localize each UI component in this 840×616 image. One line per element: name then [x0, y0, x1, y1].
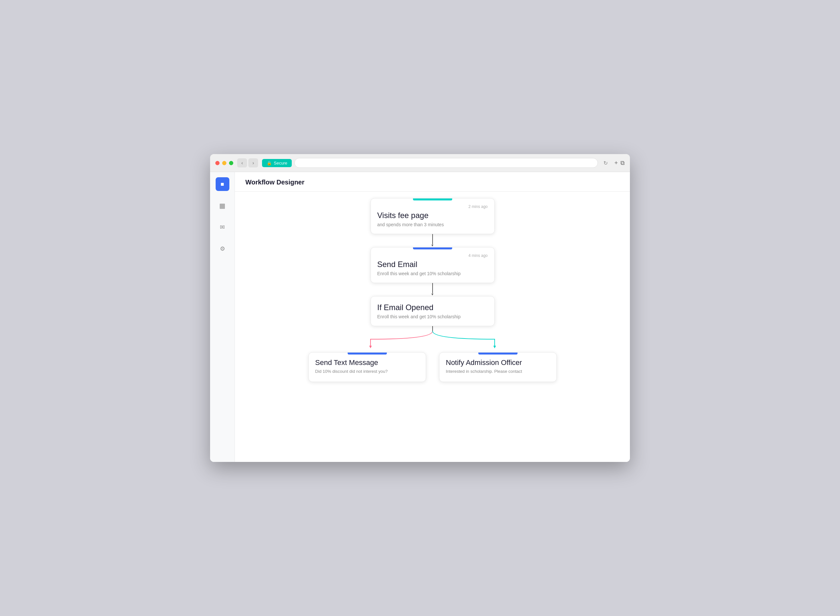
sidebar-item-calendar[interactable]: ▦ — [216, 199, 229, 213]
secure-label: Secure — [274, 161, 287, 166]
card-2-timestamp: 4 mins ago — [377, 253, 488, 258]
branch-card-left[interactable]: Send Text Message Did 10% discount did n… — [309, 352, 426, 382]
card-3-body: If Email Opened Enroll this week and get… — [371, 296, 494, 326]
calendar-icon: ▦ — [219, 202, 225, 210]
address-bar: 🔒 Secure ↻ — [262, 158, 610, 168]
maximize-button[interactable] — [229, 161, 233, 165]
nav-buttons: ‹ › — [237, 158, 258, 167]
page-header: Workflow Designer — [235, 172, 630, 192]
card-1-subtitle: and spends more than 3 minutes — [377, 222, 488, 227]
branch-svg — [309, 326, 557, 352]
close-button[interactable] — [215, 161, 219, 165]
page-title: Workflow Designer — [246, 179, 619, 186]
branch-card-right-body: Notify Admission Officer Interested in s… — [440, 355, 556, 381]
workflow-chain: 2 mins ago Visits fee page and spends mo… — [309, 198, 557, 326]
connector-arrow-1: ▼ — [431, 243, 434, 247]
workflow-canvas[interactable]: 2 mins ago Visits fee page and spends mo… — [235, 192, 630, 462]
connector-line-2 — [432, 283, 433, 293]
sidebar-item-dashboard[interactable]: ■ — [216, 177, 229, 191]
card-3-title: If Email Opened — [377, 303, 488, 312]
email-icon: ✉ — [220, 224, 225, 231]
back-button[interactable]: ‹ — [237, 158, 247, 167]
branch-card-left-body: Send Text Message Did 10% discount did n… — [309, 355, 426, 381]
svg-marker-1 — [369, 346, 372, 348]
secure-badge: 🔒 Secure — [262, 159, 292, 167]
forward-button[interactable]: › — [248, 158, 258, 167]
workflow-card-1[interactable]: 2 mins ago Visits fee page and spends mo… — [371, 198, 495, 234]
reload-button[interactable]: ↻ — [600, 158, 610, 168]
branch-cards-row: Send Text Message Did 10% discount did n… — [309, 352, 557, 382]
card-2-subtitle: Enroll this week and get 10% scholarship — [377, 271, 488, 276]
branch-card-left-title: Send Text Message — [315, 358, 419, 367]
url-input[interactable] — [294, 158, 598, 168]
branch-card-left-subtitle: Did 10% discount did not interest you? — [315, 369, 419, 374]
card-1-title: Visits fee page — [377, 211, 488, 220]
browser-chrome: ‹ › 🔒 Secure ↻ + ⧉ — [210, 154, 630, 172]
connector-2: ▼ — [431, 283, 434, 296]
sidebar-item-email[interactable]: ✉ — [216, 220, 229, 234]
sidebar-item-settings[interactable]: ⚙ — [216, 242, 229, 255]
browser-window: ‹ › 🔒 Secure ↻ + ⧉ ■ ▦ ✉ — [210, 154, 630, 462]
card-3-subtitle: Enroll this week and get 10% scholarship — [377, 314, 488, 319]
app-layout: ■ ▦ ✉ ⚙ Workflow Designer — [210, 172, 630, 462]
dashboard-icon: ■ — [221, 181, 224, 188]
branch-card-right-title: Notify Admission Officer — [446, 358, 550, 367]
card-1-timestamp: 2 mins ago — [377, 204, 488, 209]
connector-1: ▼ — [431, 234, 434, 247]
settings-icon: ⚙ — [220, 245, 225, 252]
sidebar: ■ ▦ ✉ ⚙ — [210, 172, 235, 462]
minimize-button[interactable] — [222, 161, 227, 165]
new-tab-button[interactable]: + — [614, 160, 618, 166]
duplicate-tab-button[interactable]: ⧉ — [621, 160, 625, 166]
branch-section: Send Text Message Did 10% discount did n… — [285, 326, 580, 382]
svg-marker-2 — [493, 346, 496, 348]
card-1-body: 2 mins ago Visits fee page and spends mo… — [371, 201, 494, 234]
card-2-title: Send Email — [377, 260, 488, 269]
lock-icon: 🔒 — [266, 161, 272, 166]
browser-actions: + ⧉ — [614, 160, 625, 166]
workflow-card-3[interactable]: If Email Opened Enroll this week and get… — [371, 296, 495, 326]
traffic-lights — [215, 161, 233, 165]
connector-line-1 — [432, 234, 433, 244]
connector-arrow-2: ▼ — [431, 292, 434, 296]
branch-card-right-subtitle: Interested in scholarship. Please contac… — [446, 369, 550, 374]
card-2-body: 4 mins ago Send Email Enroll this week a… — [371, 249, 494, 283]
main-content: Workflow Designer 2 mins ago Visits fee … — [235, 172, 630, 462]
branch-card-right[interactable]: Notify Admission Officer Interested in s… — [439, 352, 557, 382]
workflow-card-2[interactable]: 4 mins ago Send Email Enroll this week a… — [371, 247, 495, 283]
